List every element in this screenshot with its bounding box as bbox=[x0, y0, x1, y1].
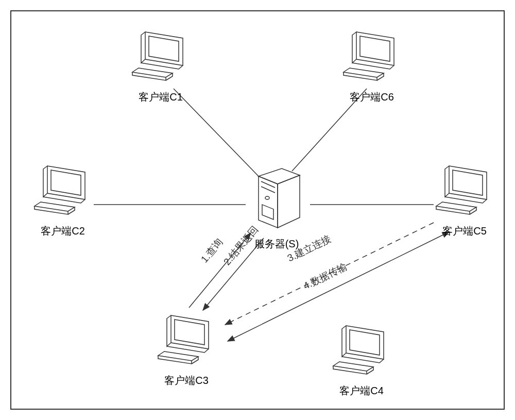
client-c1-label: 客户端C1 bbox=[139, 90, 183, 104]
monitor-icon bbox=[328, 321, 395, 380]
client-c5-label: 客户端C5 bbox=[442, 224, 487, 238]
monitor-icon bbox=[29, 161, 96, 220]
server-icon bbox=[246, 166, 307, 233]
svg-rect-13 bbox=[262, 205, 273, 220]
client-c4-label: 客户端C4 bbox=[339, 384, 384, 398]
client-c5-node: 客户端C5 bbox=[431, 161, 498, 238]
server-node: 服务器(S) bbox=[246, 166, 307, 251]
monitor-icon bbox=[338, 27, 405, 86]
client-c6-node: 客户端C6 bbox=[338, 27, 405, 104]
monitor-icon bbox=[127, 27, 194, 86]
diagram-frame: 1.查询 2.结果返回 3.建立连接 4.数据传输 服务器(S) bbox=[10, 10, 505, 410]
client-c2-node: 客户端C2 bbox=[29, 161, 96, 238]
monitor-icon bbox=[153, 310, 220, 369]
client-c2-label: 客户端C2 bbox=[41, 224, 85, 238]
svg-line-6 bbox=[189, 233, 251, 308]
client-c3-label: 客户端C3 bbox=[164, 374, 209, 388]
monitor-icon bbox=[431, 161, 498, 220]
client-c3-node: 客户端C3 bbox=[153, 310, 220, 388]
label-transfer: 4.数据传输 bbox=[302, 261, 349, 291]
client-c1-node: 客户端C1 bbox=[127, 27, 194, 104]
svg-point-12 bbox=[265, 196, 269, 199]
svg-line-11 bbox=[261, 187, 275, 193]
client-c4-node: 客户端C4 bbox=[328, 321, 395, 398]
client-c6-label: 客户端C6 bbox=[350, 90, 394, 104]
server-label: 服务器(S) bbox=[254, 237, 299, 251]
label-query: 1.查询 bbox=[199, 237, 225, 265]
